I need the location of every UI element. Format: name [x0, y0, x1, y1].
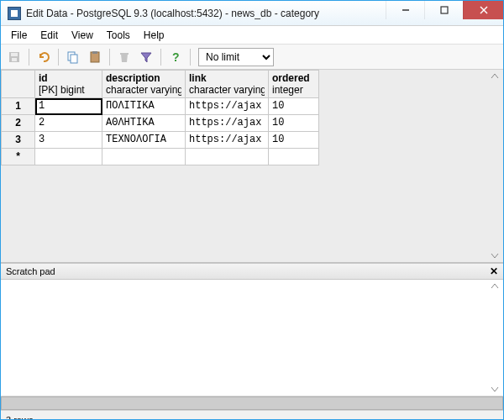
- separator: [58, 49, 59, 66]
- copy-button[interactable]: [63, 47, 83, 67]
- grid-vscroll[interactable]: [490, 71, 501, 260]
- row-header[interactable]: 1: [2, 98, 35, 115]
- scratch-pad-body[interactable]: [1, 280, 503, 396]
- cell-description[interactable]: ΠΟΛΙΤΙΚΑ: [102, 98, 186, 115]
- cell-ordered[interactable]: 10: [269, 98, 319, 115]
- column-name: ordered: [272, 72, 315, 84]
- menu-view[interactable]: View: [65, 28, 100, 43]
- save-button[interactable]: [4, 47, 24, 67]
- cell-ordered[interactable]: 10: [269, 115, 319, 132]
- column-header-link[interactable]: link character varying: [186, 71, 269, 98]
- funnel-icon: [139, 50, 153, 64]
- close-icon: [480, 6, 488, 14]
- delete-button[interactable]: [114, 47, 134, 67]
- separator: [29, 49, 29, 66]
- svg-text:?: ?: [172, 50, 180, 64]
- maximize-icon: [440, 6, 449, 14]
- column-type: integer: [272, 84, 315, 96]
- svg-rect-5: [11, 53, 18, 56]
- row-header[interactable]: 2: [2, 115, 35, 132]
- row-header-new[interactable]: *: [2, 149, 35, 165]
- cell-link[interactable]: https://ajax: [186, 132, 269, 149]
- cell-empty[interactable]: [269, 149, 319, 165]
- cell-empty[interactable]: [102, 149, 186, 165]
- table-row-new[interactable]: *: [2, 149, 319, 165]
- cell-id[interactable]: 1: [35, 98, 102, 115]
- minimize-icon: [402, 6, 410, 14]
- scratch-hscroll[interactable]: [1, 396, 503, 410]
- filter-button[interactable]: [136, 47, 156, 67]
- separator: [160, 49, 161, 66]
- undo-icon: [37, 50, 50, 64]
- paste-icon: [88, 50, 102, 64]
- undo-button[interactable]: [34, 47, 54, 67]
- scratch-pad-close-button[interactable]: ✕: [490, 265, 498, 277]
- minimize-button[interactable]: [386, 1, 424, 19]
- cell-ordered[interactable]: 10: [269, 132, 319, 149]
- cell-link[interactable]: https://ajax: [186, 98, 269, 115]
- column-name: id: [39, 72, 98, 84]
- scroll-up-icon: [490, 71, 500, 80]
- cell-id[interactable]: 3: [35, 132, 102, 149]
- cell-id[interactable]: 2: [35, 115, 102, 132]
- table-row[interactable]: 3 3 ΤΕΧΝΟΛΟΓΙΑ https://ajax 10: [2, 132, 319, 149]
- hscroll-thumb[interactable]: [1, 396, 503, 410]
- corner-header[interactable]: [2, 71, 35, 98]
- menu-help[interactable]: Help: [137, 28, 171, 43]
- data-grid-area[interactable]: id [PK] bigint description character var…: [1, 70, 503, 263]
- row-limit-select[interactable]: No limit: [198, 48, 274, 66]
- table-row[interactable]: 1 1 ΠΟΛΙΤΙΚΑ https://ajax 10: [2, 98, 319, 115]
- table-row[interactable]: 2 2 ΑΘΛΗΤΙΚΑ https://ajax 10: [2, 115, 319, 132]
- help-icon: ?: [169, 50, 182, 64]
- scroll-down-icon: [490, 252, 500, 260]
- svg-rect-11: [120, 53, 129, 55]
- column-name: link: [189, 72, 265, 84]
- column-header-description[interactable]: description character varying: [102, 71, 186, 98]
- window-buttons: [386, 1, 503, 25]
- menu-file[interactable]: File: [4, 28, 34, 43]
- close-button[interactable]: [463, 1, 503, 19]
- svg-rect-6: [12, 58, 17, 61]
- copy-icon: [66, 50, 80, 64]
- statusbar: 3 rows.: [1, 410, 503, 420]
- cell-description[interactable]: ΑΘΛΗΤΙΚΑ: [102, 115, 186, 132]
- scratch-vscroll[interactable]: [490, 281, 501, 394]
- column-type: character varying: [189, 84, 265, 96]
- menubar: File Edit View Tools Help: [1, 26, 503, 45]
- cell-link[interactable]: https://ajax: [186, 115, 269, 132]
- svg-rect-10: [92, 51, 97, 54]
- toolbar: ? No limit: [1, 45, 503, 70]
- scratch-pad-title: Scratch pad: [6, 266, 55, 276]
- row-header[interactable]: 3: [2, 132, 35, 149]
- column-header-id[interactable]: id [PK] bigint: [35, 71, 102, 98]
- column-name: description: [106, 72, 181, 84]
- trash-icon: [118, 50, 131, 64]
- svg-rect-8: [71, 55, 77, 63]
- paste-button[interactable]: [85, 47, 105, 67]
- data-grid[interactable]: id [PK] bigint description character var…: [1, 70, 319, 165]
- status-text: 3 rows.: [6, 415, 35, 421]
- cell-empty[interactable]: [35, 149, 102, 165]
- maximize-button[interactable]: [424, 1, 463, 19]
- svg-rect-1: [441, 7, 448, 13]
- app-icon: [8, 7, 21, 20]
- window-titlebar: Edit Data - PostgreSQL 9.3 (localhost:54…: [1, 1, 503, 26]
- column-type: [PK] bigint: [39, 84, 98, 96]
- separator: [190, 49, 191, 66]
- scratch-pad-header: Scratch pad ✕: [1, 263, 503, 280]
- separator: [109, 49, 110, 66]
- column-type: character varying: [106, 84, 181, 96]
- scroll-up-icon: [490, 281, 500, 290]
- scroll-down-icon: [490, 386, 500, 394]
- cell-description[interactable]: ΤΕΧΝΟΛΟΓΙΑ: [102, 132, 186, 149]
- cell-empty[interactable]: [186, 149, 269, 165]
- floppy-icon: [8, 50, 21, 64]
- menu-tools[interactable]: Tools: [100, 28, 137, 43]
- menu-edit[interactable]: Edit: [34, 28, 65, 43]
- help-toolbar-button[interactable]: ?: [165, 47, 186, 67]
- window-title: Edit Data - PostgreSQL 9.3 (localhost:54…: [26, 8, 386, 19]
- column-header-ordered[interactable]: ordered integer: [269, 71, 319, 98]
